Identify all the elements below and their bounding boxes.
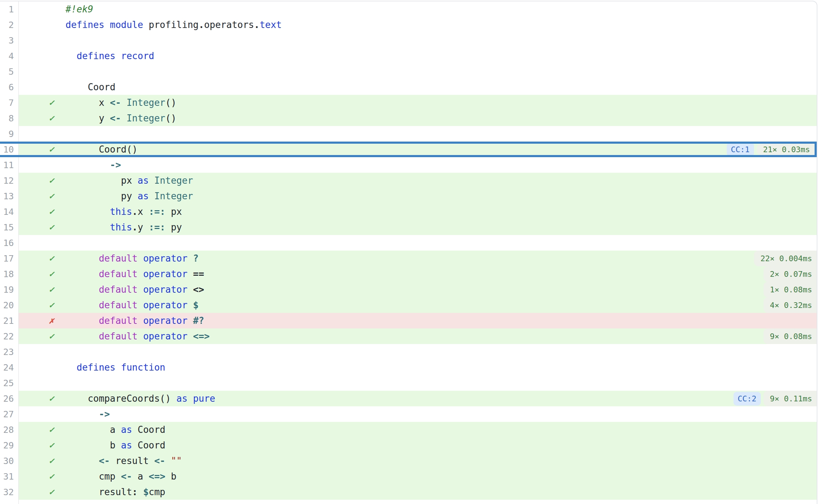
code-line-row-32[interactable]: 32✓ result: $cmp	[0, 484, 817, 500]
code-token	[187, 300, 193, 310]
line-number[interactable]: 6	[0, 79, 19, 95]
code-line-row-12[interactable]: 12✓ px as Integer	[0, 173, 817, 188]
code-line-row-19[interactable]: 19✓ default operator <>1× 0.08ms	[0, 282, 817, 297]
code-indent	[66, 331, 99, 342]
code-token: this	[110, 222, 132, 233]
line-number[interactable]: 16	[0, 235, 19, 251]
line-number[interactable]: 2	[0, 17, 19, 33]
code-line-content: ✓ this.y :=: py	[19, 219, 817, 235]
complexity-badge: CC:1	[727, 144, 754, 155]
code-text: Coord()	[19, 145, 138, 154]
code-indent	[66, 113, 99, 124]
code-line-content: ✓ default operator ?22× 0.004ms	[19, 251, 817, 266]
code-line-row-3[interactable]: 3	[0, 33, 817, 48]
code-token: cmp	[99, 471, 121, 482]
line-number[interactable]: 19	[0, 282, 19, 297]
code-token: <-	[121, 471, 132, 482]
line-number[interactable]: 32	[0, 484, 19, 500]
code-line-row-31[interactable]: 31✓ cmp <- a <=> b	[0, 469, 817, 484]
line-number[interactable]: 4	[0, 48, 19, 64]
line-number[interactable]: 24	[0, 360, 19, 375]
code-line-row-14[interactable]: 14✓ this.x :=: px	[0, 204, 817, 219]
code-line-content	[19, 375, 817, 391]
line-number[interactable]: 21	[0, 313, 19, 328]
code-line-row-26[interactable]: 26✓ compareCoords() as pureCC:29× 0.11ms	[0, 391, 817, 406]
code-token: as	[138, 175, 149, 186]
code-line-row-23[interactable]: 23	[0, 344, 817, 360]
code-indent	[66, 51, 76, 61]
code-token: ""	[171, 456, 182, 466]
line-number[interactable]: 15	[0, 219, 19, 235]
code-line-row-8[interactable]: 8✓ y <- Integer()	[0, 110, 817, 126]
code-line-row-20[interactable]: 20✓ default operator $4× 0.32ms	[0, 297, 817, 313]
code-line-row-33[interactable]: 33	[0, 500, 817, 504]
line-number[interactable]: 25	[0, 375, 19, 391]
code-text: py as Integer	[19, 191, 193, 201]
line-number[interactable]: 17	[0, 251, 19, 266]
code-line-row-4[interactable]: 4 defines record	[0, 48, 817, 64]
code-line-row-21[interactable]: 21✗ default operator #?	[0, 313, 817, 328]
code-line-row-2[interactable]: 2defines module profiling.operators.text	[0, 17, 817, 33]
line-number[interactable]: 20	[0, 297, 19, 313]
code-line-row-5[interactable]: 5	[0, 64, 817, 79]
line-number[interactable]: 26	[0, 391, 19, 406]
line-number[interactable]: 14	[0, 204, 19, 219]
line-number[interactable]: 29	[0, 437, 19, 453]
line-number[interactable]: 23	[0, 344, 19, 360]
line-number[interactable]: 10	[0, 144, 19, 155]
line-number[interactable]: 13	[0, 188, 19, 204]
line-number[interactable]: 3	[0, 33, 19, 48]
code-line-row-17[interactable]: 17✓ default operator ?22× 0.004ms	[0, 251, 817, 266]
line-number[interactable]: 7	[0, 95, 19, 110]
code-line-row-27[interactable]: 27 ->	[0, 406, 817, 422]
line-metrics: 4× 0.32ms	[764, 297, 817, 313]
timing-pill: 22× 0.004ms	[754, 251, 817, 266]
code-line-row-9[interactable]: 9	[0, 126, 817, 142]
line-number[interactable]: 27	[0, 406, 19, 422]
code-token: $	[143, 487, 149, 497]
code-line-row-18[interactable]: 18✓ default operator ==2× 0.07ms	[0, 266, 817, 282]
code-line-content: defines module profiling.operators.text	[19, 17, 817, 33]
code-token: b	[165, 471, 176, 482]
code-line-row-15[interactable]: 15✓ this.y :=: py	[0, 219, 817, 235]
code-line-row-13[interactable]: 13✓ py as Integer	[0, 188, 817, 204]
line-number[interactable]: 5	[0, 64, 19, 79]
code-line-row-11[interactable]: 11 ->	[0, 157, 817, 173]
code-token: default	[99, 284, 138, 295]
line-number[interactable]: 8	[0, 110, 19, 126]
code-token: compareCoords()	[88, 393, 176, 404]
code-line-row-25[interactable]: 25	[0, 375, 817, 391]
line-number[interactable]: 31	[0, 469, 19, 484]
code-line-row-22[interactable]: 22✓ default operator <=>9× 0.08ms	[0, 328, 817, 344]
code-token: default	[99, 269, 138, 279]
code-line-row-1[interactable]: 1#!ek9	[0, 1, 817, 17]
code-token: x	[138, 206, 149, 217]
line-number[interactable]: 12	[0, 173, 19, 188]
code-line-row-29[interactable]: 29✓ b as Coord	[0, 437, 817, 453]
code-text: ->	[19, 410, 110, 419]
code-token: default	[99, 315, 138, 326]
code-line-row-24[interactable]: 24 defines function	[0, 360, 817, 375]
timing-pill: 4× 0.32ms	[764, 297, 817, 313]
code-line-row-10[interactable]: 10✓ Coord()CC:121× 0.03ms	[0, 142, 817, 157]
line-number[interactable]: 33	[0, 500, 19, 504]
code-indent	[66, 82, 88, 92]
code-line-row-7[interactable]: 7✓ x <- Integer()	[0, 95, 817, 110]
line-number[interactable]: 30	[0, 453, 19, 469]
line-number[interactable]: 9	[0, 126, 19, 142]
code-line-row-16[interactable]: 16	[0, 235, 817, 251]
code-line-row-28[interactable]: 28✓ a as Coord	[0, 422, 817, 437]
code-coverage-panel: 1#!ek92defines module profiling.operator…	[0, 1, 817, 504]
code-line-row-6[interactable]: 6 Coord	[0, 79, 817, 95]
code-line-content	[19, 64, 817, 79]
coverage-pass-icon: ✓	[49, 331, 54, 341]
timing-pill: 9× 0.08ms	[764, 328, 817, 344]
line-number[interactable]: 11	[0, 157, 19, 173]
line-number[interactable]: 1	[0, 1, 19, 17]
line-number[interactable]: 28	[0, 422, 19, 437]
line-number[interactable]: 22	[0, 328, 19, 344]
code-text: default operator $	[19, 300, 199, 310]
line-number[interactable]: 18	[0, 266, 19, 282]
code-token: y	[138, 222, 149, 233]
code-line-row-30[interactable]: 30✓ <- result <- ""	[0, 453, 817, 469]
